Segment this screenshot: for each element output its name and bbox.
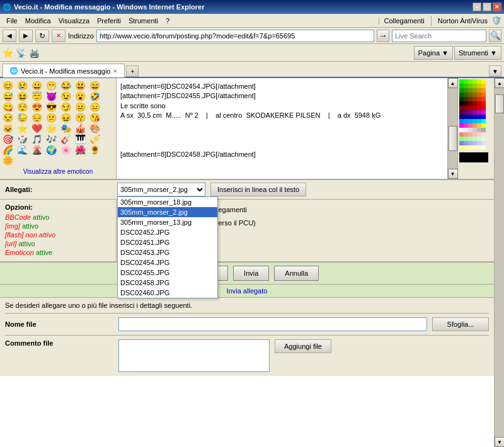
- emoticon[interactable]: 🌺: [75, 145, 89, 155]
- emoticon[interactable]: 🎶: [46, 134, 60, 144]
- color-swatch[interactable]: [472, 115, 477, 119]
- emoticon[interactable]: 🎺: [89, 134, 103, 144]
- color-swatch[interactable]: [468, 79, 472, 84]
- back-button[interactable]: ◀: [3, 30, 16, 42]
- emoticon[interactable]: 🌊: [17, 145, 31, 155]
- color-swatch[interactable]: [481, 119, 486, 123]
- dropdown-item[interactable]: DSC02451.JPG: [118, 237, 217, 247]
- color-swatch[interactable]: [464, 123, 468, 128]
- color-swatch[interactable]: [481, 141, 486, 145]
- color-swatch[interactable]: [472, 79, 477, 84]
- emoticon[interactable]: 🌈: [3, 145, 16, 155]
- color-swatch[interactable]: [464, 115, 468, 119]
- refresh-button[interactable]: ↻: [35, 30, 49, 42]
- color-swatch[interactable]: [472, 84, 477, 88]
- color-swatch[interactable]: [459, 88, 464, 93]
- dropdown-item[interactable]: DSC02458.JPG: [118, 278, 217, 288]
- color-swatch[interactable]: [472, 88, 477, 93]
- commento-file-textarea[interactable]: [118, 339, 270, 372]
- color-swatch[interactable]: [464, 128, 468, 132]
- menu-modifica[interactable]: Modifica: [21, 16, 55, 26]
- color-swatch[interactable]: [468, 84, 472, 88]
- message-textarea[interactable]: [attachment=6]DSC02454.JPG[/attachment] …: [117, 78, 447, 179]
- minimize-button[interactable]: −: [472, 3, 481, 11]
- emoticon[interactable]: 😗: [75, 113, 89, 123]
- color-swatch[interactable]: [459, 101, 464, 106]
- emoticon[interactable]: 😂: [60, 81, 74, 91]
- color-swatch[interactable]: [481, 93, 486, 97]
- emoticon[interactable]: 🎯: [3, 134, 16, 144]
- emoticon[interactable]: 😕: [46, 113, 60, 123]
- color-swatch[interactable]: [481, 123, 486, 128]
- color-swatch[interactable]: [459, 123, 464, 128]
- color-swatch[interactable]: [468, 145, 472, 150]
- color-swatch[interactable]: [459, 110, 464, 115]
- color-swatch[interactable]: [464, 132, 468, 137]
- scroll-down-button[interactable]: ▼: [448, 169, 458, 179]
- color-swatch[interactable]: [481, 132, 486, 137]
- color-swatch[interactable]: [468, 123, 472, 128]
- color-swatch[interactable]: [472, 141, 477, 145]
- color-swatch[interactable]: [464, 106, 468, 110]
- editor-scrollbar[interactable]: ▲ ▼: [447, 78, 457, 179]
- emoticon[interactable]: 🌟: [46, 123, 60, 133]
- insert-inline-button[interactable]: Inserisci in linea col il testo: [210, 183, 306, 196]
- color-swatch[interactable]: [477, 88, 481, 93]
- color-swatch[interactable]: [468, 110, 472, 115]
- emoticon[interactable]: 🎲: [17, 134, 31, 144]
- dropdown-item[interactable]: DSC02455.JPG: [118, 268, 217, 278]
- color-swatch[interactable]: [468, 128, 472, 132]
- emoticon-link[interactable]: attive: [36, 249, 52, 256]
- color-swatch[interactable]: [464, 141, 468, 145]
- go-button[interactable]: →: [377, 30, 389, 42]
- color-swatch[interactable]: [481, 110, 486, 115]
- color-swatch[interactable]: [481, 115, 486, 119]
- emoticon[interactable]: 🤣: [89, 91, 103, 101]
- page-scroll-up[interactable]: ▲: [495, 78, 504, 88]
- color-swatch[interactable]: [464, 88, 468, 93]
- color-swatch[interactable]: [472, 110, 477, 115]
- color-swatch[interactable]: [477, 93, 481, 97]
- emoticon[interactable]: 😘: [89, 113, 103, 123]
- color-swatch[interactable]: [472, 145, 477, 150]
- color-swatch[interactable]: [468, 141, 472, 145]
- emoticon[interactable]: 😌: [17, 102, 31, 112]
- color-swatch[interactable]: [459, 84, 464, 88]
- color-swatch[interactable]: [464, 93, 468, 97]
- pagina-button[interactable]: Pagina ▼: [414, 46, 453, 60]
- emoticon[interactable]: 😉: [60, 91, 74, 101]
- color-swatch[interactable]: [459, 128, 464, 132]
- color-swatch[interactable]: [481, 145, 486, 150]
- tab-close-button[interactable]: ✕: [113, 68, 118, 74]
- strumenti-button[interactable]: Strumenti ▼: [454, 46, 501, 60]
- emoticon[interactable]: 😐: [75, 102, 89, 112]
- search-go-button[interactable]: 🔍: [489, 30, 501, 42]
- emoticon[interactable]: 😁: [46, 81, 60, 91]
- dropdown-item[interactable]: DSC02452.JPG: [118, 227, 217, 237]
- color-swatch[interactable]: [468, 101, 472, 106]
- color-swatch[interactable]: [468, 106, 472, 110]
- emoticon[interactable]: 😄: [89, 81, 103, 91]
- color-swatch[interactable]: [481, 84, 486, 88]
- color-swatch[interactable]: [459, 145, 464, 150]
- scroll-track[interactable]: [448, 88, 457, 169]
- color-swatch[interactable]: [468, 88, 472, 93]
- color-swatch[interactable]: [477, 79, 481, 84]
- color-swatch[interactable]: [481, 137, 486, 141]
- color-swatch[interactable]: [477, 115, 481, 119]
- color-swatch[interactable]: [464, 145, 468, 150]
- forward-button[interactable]: ▶: [19, 30, 33, 42]
- page-scroll-thumb[interactable]: [495, 94, 504, 113]
- more-emoticons-link[interactable]: Visualizza altre emoticon: [3, 168, 113, 175]
- emoticon[interactable]: 😈: [46, 91, 60, 101]
- color-swatch[interactable]: [468, 137, 472, 141]
- color-swatch[interactable]: [468, 119, 472, 123]
- menu-help[interactable]: ?: [162, 16, 173, 26]
- color-swatch[interactable]: [459, 106, 464, 110]
- emoticon[interactable]: 🎹: [75, 134, 89, 144]
- scroll-thumb[interactable]: [449, 126, 457, 151]
- color-swatch[interactable]: [477, 110, 481, 115]
- invia-allegato-link[interactable]: Invia allegato: [227, 287, 268, 295]
- menu-visualizza[interactable]: Visualizza: [55, 16, 93, 26]
- dropdown-item-selected[interactable]: 305mm_morser_2.jpg: [118, 207, 217, 217]
